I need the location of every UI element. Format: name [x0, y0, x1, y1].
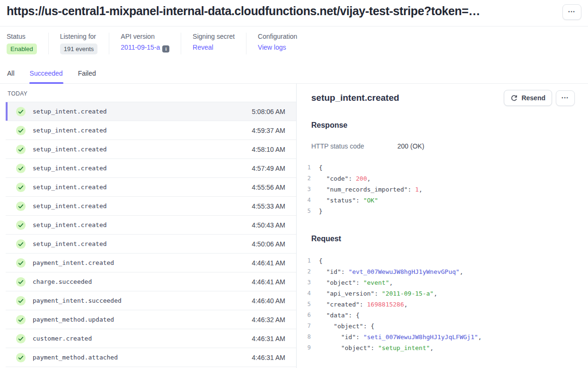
success-check-icon	[16, 201, 26, 211]
code-line-content: {	[319, 162, 323, 173]
event-list-item[interactable]: setup_intent.created 4:50:06 AM	[6, 235, 296, 254]
summary-api-version: API version 2011-09-15-ai	[109, 33, 181, 54]
response-code-block: 1{2 "code": 200,3 "num_records_imported"…	[303, 162, 575, 217]
event-name: setup_intent.created	[33, 127, 107, 134]
success-check-icon	[16, 315, 26, 325]
summary-configuration: Configuration View logs	[246, 33, 308, 54]
event-name: payment_method.updated	[33, 316, 114, 323]
event-list-panel: TODAY setup_intent.created 5:08:06 AM se…	[0, 84, 297, 368]
event-time: 4:46:41 AM	[252, 259, 285, 267]
events-count-badge: 191 events	[60, 44, 98, 54]
event-name: setup_intent.created	[33, 146, 107, 153]
api-version-link[interactable]: 2011-09-15-a	[121, 44, 160, 51]
event-name: setup_intent.created	[33, 108, 107, 115]
list-group-label: TODAY	[6, 84, 296, 102]
status-badge: Enabled	[7, 44, 37, 54]
event-list-item[interactable]: charge.succeeded 4:46:41 AM	[6, 272, 296, 291]
event-list-item[interactable]: setup_intent.created 4:55:56 AM	[6, 178, 296, 197]
info-icon: i	[162, 45, 169, 53]
summary-listening-label: Listening for	[60, 33, 98, 40]
event-list-item[interactable]: payment_method.attached 4:46:31 AM	[6, 348, 296, 367]
event-time: 4:50:06 AM	[252, 240, 285, 248]
event-time: 4:46:32 AM	[252, 316, 285, 324]
detail-title: setup_intent.created	[311, 93, 399, 103]
event-list: setup_intent.created 5:08:06 AM setup_in…	[6, 102, 296, 367]
header-more-button[interactable]: •••	[562, 4, 581, 20]
event-list-item[interactable]: setup_intent.created 4:57:49 AM	[6, 159, 296, 178]
page-header: https://us-central1-mixpanel-internal-da…	[0, 0, 588, 26]
event-list-item[interactable]: setup_intent.created 4:55:33 AM	[6, 197, 296, 216]
detail-more-button[interactable]: •••	[556, 90, 575, 106]
event-time: 4:57:49 AM	[252, 165, 285, 172]
event-detail-panel: setup_intent.created Resend ••• Response…	[297, 84, 588, 368]
event-list-item[interactable]: setup_intent.created 4:50:43 AM	[6, 216, 296, 235]
code-line-content: "num_records_imported": 1,	[319, 184, 422, 195]
resend-button[interactable]: Resend	[504, 90, 552, 106]
code-line-number: 5	[303, 206, 311, 217]
code-line-number: 3	[303, 184, 311, 195]
event-name: payment_method.attached	[33, 354, 118, 361]
success-check-icon	[16, 220, 26, 230]
code-line-number: 9	[303, 342, 311, 353]
event-time: 4:58:10 AM	[252, 146, 285, 153]
view-logs-link[interactable]: View logs	[258, 44, 286, 51]
resend-refresh-icon	[510, 95, 518, 102]
success-check-icon	[16, 182, 26, 193]
event-name: customer.created	[33, 335, 92, 342]
resend-button-label: Resend	[521, 94, 545, 102]
event-list-item[interactable]: payment_method.updated 4:46:32 AM	[6, 310, 296, 329]
event-list-item[interactable]: payment_intent.succeeded 4:46:40 AM	[6, 291, 296, 310]
content-area: TODAY setup_intent.created 5:08:06 AM se…	[0, 84, 588, 368]
reveal-secret-link[interactable]: Reveal	[193, 44, 213, 51]
request-code-block: 1{2 "id": "evt_007WewuJW8hgHJ1yWnevGPuq"…	[303, 255, 575, 353]
success-check-icon	[16, 125, 26, 136]
code-line-content: "id": "seti_007WewuJW8hgHJ1yJqLFWGj1",	[319, 332, 482, 342]
code-line-number: 7	[303, 321, 311, 332]
code-line-number: 6	[303, 310, 311, 321]
event-list-item[interactable]: setup_intent.created 4:59:37 AM	[6, 121, 296, 140]
success-check-icon	[16, 277, 26, 287]
success-check-icon	[16, 296, 26, 306]
event-time: 4:55:33 AM	[252, 202, 285, 210]
event-time: 4:59:37 AM	[252, 127, 285, 134]
event-time: 4:55:56 AM	[252, 184, 285, 191]
code-line-content: "data": {	[319, 310, 360, 321]
code-line-content: "status": "OK"	[319, 195, 378, 206]
success-check-icon	[16, 163, 26, 174]
event-list-item[interactable]: customer.created 4:46:31 AM	[6, 329, 296, 348]
event-name: payment_intent.succeeded	[33, 297, 122, 304]
event-name: setup_intent.created	[33, 165, 107, 172]
success-check-icon	[16, 333, 26, 344]
event-name: charge.succeeded	[33, 278, 92, 285]
code-line-number: 4	[303, 288, 311, 299]
tab-succeeded[interactable]: Succeeded	[29, 63, 63, 83]
summary-api-version-label: API version	[121, 33, 169, 40]
event-list-item[interactable]: setup_intent.created 4:58:10 AM	[6, 140, 296, 159]
code-line-number: 2	[303, 266, 311, 277]
code-line-number: 2	[303, 173, 311, 184]
event-time: 4:46:31 AM	[252, 335, 285, 342]
endpoint-url-title: https://us-central1-mixpanel-internal-da…	[7, 4, 480, 18]
success-check-icon	[16, 144, 26, 155]
code-line-content: "object": "setup_intent",	[319, 342, 434, 353]
http-status-label: HTTP status code	[311, 142, 397, 150]
ellipsis-icon: •••	[562, 96, 569, 100]
event-time: 4:46:31 AM	[252, 354, 285, 361]
event-name: payment_intent.created	[33, 259, 114, 266]
http-status-value: 200 (OK)	[397, 142, 424, 150]
summary-listening-for: Listening for 191 events	[48, 33, 109, 54]
success-check-icon	[16, 258, 26, 268]
tab-failed[interactable]: Failed	[78, 63, 97, 83]
code-line-number: 5	[303, 299, 311, 310]
success-check-icon	[16, 352, 26, 363]
http-status-row: HTTP status code 200 (OK)	[311, 142, 575, 150]
summary-signing-secret: Signing secret Reveal	[181, 33, 246, 54]
summary-status: Status Enabled	[7, 33, 48, 54]
code-line-content: "api_version": "2011-09-15-a",	[319, 288, 437, 299]
summary-signing-label: Signing secret	[193, 33, 235, 40]
code-line-number: 8	[303, 332, 311, 342]
event-list-item[interactable]: payment_intent.created 4:46:41 AM	[6, 254, 296, 272]
event-list-item[interactable]: setup_intent.created 5:08:06 AM	[6, 102, 296, 121]
tab-all[interactable]: All	[7, 63, 15, 83]
event-time: 4:50:43 AM	[252, 221, 285, 229]
